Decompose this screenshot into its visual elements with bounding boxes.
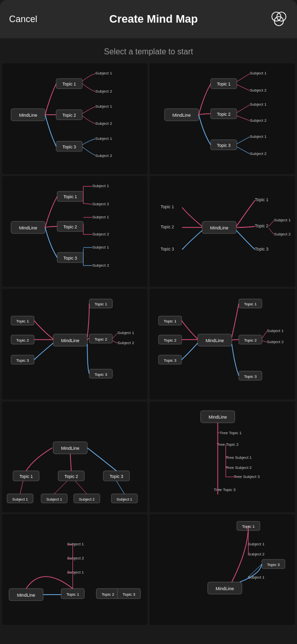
- svg-text:Subject 1: Subject 1: [250, 134, 267, 139]
- svg-text:Topic 2: Topic 2: [255, 223, 268, 228]
- svg-text:Topic 1: Topic 1: [217, 82, 231, 87]
- svg-text:Topic 2: Topic 2: [161, 224, 174, 229]
- svg-text:Tree Topic 3: Tree Topic 3: [214, 488, 236, 492]
- template-card-6[interactable]: MindLine Topic 1 Topic 2 Topic 3 Topic 1…: [150, 289, 295, 399]
- svg-text:Subject 1: Subject 1: [12, 497, 28, 502]
- svg-line-53: [83, 203, 92, 204]
- svg-text:Subject 1: Subject 1: [92, 215, 109, 219]
- template-card-4[interactable]: MindLine Topic 1 Topic 2 Topic 3 Topic 1…: [150, 176, 295, 287]
- svg-text:Topic 2: Topic 2: [63, 224, 77, 229]
- svg-line-126: [20, 481, 23, 494]
- svg-text:Topic 2: Topic 2: [164, 338, 177, 343]
- svg-line-125: [70, 454, 71, 471]
- svg-text:Topic 3: Topic 3: [95, 372, 108, 377]
- svg-text:Tree Topic 1: Tree Topic 1: [220, 431, 242, 435]
- svg-text:MindLine: MindLine: [208, 415, 227, 420]
- svg-text:Subject 2: Subject 2: [92, 232, 109, 236]
- svg-line-129: [116, 481, 124, 494]
- svg-text:Subject 2: Subject 2: [250, 118, 267, 123]
- template-card-1[interactable]: MindLine Topic 1 Topic 2 Topic 3 Subject…: [2, 63, 147, 174]
- template-subtitle: Select a template to start: [0, 38, 297, 61]
- svg-line-108: [262, 341, 267, 342]
- svg-text:Tree Subject 1: Tree Subject 1: [226, 455, 252, 460]
- svg-text:MindLine: MindLine: [19, 113, 37, 118]
- svg-text:Topic 3: Topic 3: [161, 247, 174, 252]
- svg-text:Topic 3: Topic 3: [62, 144, 76, 149]
- svg-line-127: [54, 481, 67, 494]
- svg-text:Subject 2: Subject 2: [95, 89, 112, 94]
- svg-text:Subject 2: Subject 2: [95, 153, 112, 158]
- svg-text:Tree Subject 3: Tree Subject 3: [234, 474, 260, 479]
- svg-text:Topic 3: Topic 3: [217, 143, 231, 148]
- template-card-8[interactable]: MindLine Tree Topic 1 Tree Topic 2 Tree …: [150, 401, 295, 512]
- svg-text:Topic 1: Topic 1: [164, 319, 177, 324]
- svg-text:MindLine: MindLine: [173, 113, 191, 118]
- svg-text:MindLine: MindLine: [61, 338, 79, 343]
- svg-text:Subject 1: Subject 1: [92, 245, 109, 250]
- svg-text:Topic 2: Topic 2: [102, 592, 115, 597]
- svg-line-89: [112, 333, 117, 339]
- svg-line-35: [237, 137, 250, 144]
- svg-line-31: [237, 73, 250, 82]
- svg-line-90: [112, 341, 117, 343]
- svg-text:Topic 1: Topic 1: [161, 204, 174, 209]
- svg-text:Subject 1: Subject 1: [250, 71, 267, 75]
- svg-text:Topic 2: Topic 2: [64, 474, 78, 479]
- svg-line-34: [237, 116, 250, 121]
- svg-line-71: [269, 220, 274, 226]
- venn-icon: [270, 10, 288, 28]
- svg-text:Subject 1: Subject 1: [92, 184, 109, 188]
- svg-text:Subject 1: Subject 1: [117, 497, 132, 502]
- svg-text:Topic 1: Topic 1: [62, 82, 76, 87]
- svg-text:Topic 2: Topic 2: [62, 113, 76, 118]
- svg-text:Topic 3: Topic 3: [267, 562, 280, 567]
- svg-text:Subject 1: Subject 1: [95, 71, 112, 75]
- svg-text:Subject 2: Subject 2: [274, 232, 291, 236]
- cancel-button[interactable]: Cancel: [9, 14, 37, 25]
- svg-text:Subject 2: Subject 2: [67, 556, 85, 560]
- svg-text:Topic 1: Topic 1: [16, 319, 29, 324]
- svg-text:Subject 2: Subject 2: [250, 151, 267, 156]
- svg-text:Subject 2: Subject 2: [92, 263, 109, 268]
- svg-text:Topic 3: Topic 3: [244, 374, 257, 379]
- svg-text:MindLine: MindLine: [17, 593, 35, 598]
- svg-text:Topic 3: Topic 3: [164, 358, 177, 363]
- template-card-5[interactable]: MindLine Topic 1 Topic 2 Topic 3 Topic 1…: [2, 289, 147, 399]
- svg-text:Topic 1: Topic 1: [255, 197, 268, 202]
- svg-text:Topic 2: Topic 2: [95, 337, 108, 342]
- svg-text:Topic 3: Topic 3: [63, 256, 77, 261]
- svg-text:Subject 1: Subject 1: [274, 218, 291, 222]
- svg-text:Subject 2: Subject 2: [92, 202, 109, 206]
- svg-text:MindLine: MindLine: [215, 586, 234, 591]
- svg-text:Subject 1: Subject 1: [67, 542, 85, 546]
- svg-text:Topic 2: Topic 2: [244, 338, 257, 343]
- svg-text:Subject 1: Subject 1: [95, 104, 112, 109]
- svg-text:Topic 1: Topic 1: [95, 302, 108, 306]
- svg-text:Subject 2: Subject 2: [79, 497, 95, 502]
- svg-line-72: [269, 228, 274, 234]
- svg-text:Subject 2: Subject 2: [250, 88, 267, 93]
- template-grid: MindLine Topic 1 Topic 2 Topic 3 Subject…: [0, 61, 297, 627]
- template-card-2[interactable]: MindLine Topic 1 Topic 2 Topic 3 Subject…: [150, 63, 295, 174]
- page-title: Create Mind Map: [109, 13, 198, 26]
- svg-text:Topic 3: Topic 3: [110, 474, 123, 479]
- svg-text:Tree Subject 2: Tree Subject 2: [226, 465, 252, 470]
- svg-text:Subject 1: Subject 1: [248, 542, 265, 546]
- svg-text:Subject 1: Subject 1: [250, 102, 267, 107]
- template-card-7[interactable]: MindLine Topic 1 Topic 2 Topic 3 Subject…: [2, 401, 147, 512]
- svg-text:Subject 1: Subject 1: [117, 331, 134, 335]
- svg-line-128: [75, 481, 87, 494]
- svg-line-33: [237, 105, 250, 113]
- svg-text:Topic 3: Topic 3: [16, 358, 29, 363]
- svg-line-107: [262, 331, 267, 339]
- svg-text:Topic 1: Topic 1: [63, 194, 77, 199]
- svg-text:MindLine: MindLine: [61, 446, 79, 451]
- template-card-10[interactable]: Topic 1 Topic 3 MindLine Subject 1 Subje…: [150, 514, 295, 625]
- svg-text:MindLine: MindLine: [210, 225, 228, 230]
- svg-text:Subject 2: Subject 2: [267, 340, 284, 344]
- template-card-9[interactable]: MindLine Topic 1 Topic 2 Topic 3 Subject…: [2, 514, 147, 625]
- svg-line-32: [237, 85, 250, 91]
- svg-text:Topic 1: Topic 1: [66, 592, 80, 597]
- template-card-3[interactable]: MindLine Topic 1 Topic 2 Topic 3 Subject…: [2, 176, 147, 287]
- svg-line-36: [237, 147, 250, 154]
